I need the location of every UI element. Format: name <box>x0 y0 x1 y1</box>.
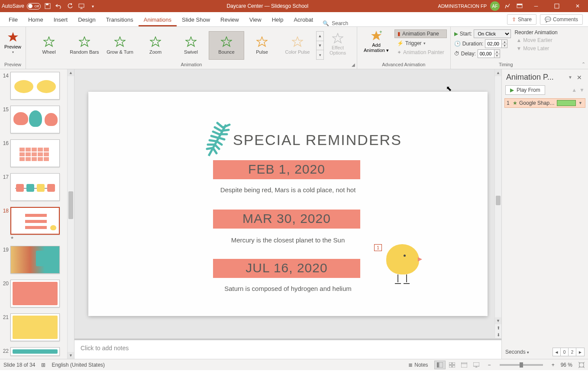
language-indicator[interactable]: English (United States) <box>52 362 105 368</box>
menu-transitions[interactable]: Transitions <box>101 14 139 26</box>
share-button[interactable]: ⇪Share <box>507 14 536 25</box>
thumb-21[interactable] <box>10 313 60 341</box>
scroll-down-icon[interactable]: ▼ <box>68 352 74 359</box>
desc-3: Saturn is composed of hydrogen and heliu… <box>88 285 488 292</box>
zoom-out-button[interactable]: − <box>488 362 491 368</box>
next-slide-icon[interactable]: ⬇ <box>495 331 501 338</box>
menu-view[interactable]: View <box>244 14 267 26</box>
anim-zoom[interactable]: Zoom <box>138 31 173 60</box>
search-box[interactable]: 🔍 Search <box>318 20 352 26</box>
thumb-number: 17 <box>1 173 9 180</box>
coming-soon-icon[interactable] <box>503 2 512 10</box>
pane-close-button[interactable]: ✕ <box>575 74 584 81</box>
close-button[interactable]: ✕ <box>569 1 586 11</box>
present-icon[interactable] <box>77 2 86 10</box>
animation-dialog-launcher[interactable]: ◢ <box>352 62 355 67</box>
prev-slide-icon[interactable]: ⬆ <box>495 324 501 331</box>
autosave-toggle[interactable]: AutoSave Off <box>2 3 41 10</box>
slide-indicator[interactable]: Slide 18 of 34 <box>3 362 35 368</box>
anim-pulse[interactable]: Pulse <box>244 31 280 60</box>
gallery-down-icon[interactable]: ▼ <box>317 41 323 51</box>
add-animation-button[interactable]: + AddAnimation ▾ <box>361 29 392 56</box>
thumb-19[interactable] <box>10 246 60 274</box>
date-2: MAR 30, 2020 <box>213 211 360 226</box>
delay-stepper[interactable]: ▲▼ <box>494 49 500 58</box>
thumb-17[interactable] <box>10 173 60 201</box>
duration-input[interactable] <box>485 39 501 48</box>
undo-icon[interactable] <box>55 2 63 10</box>
play-from-button[interactable]: ▶Play From <box>505 85 545 95</box>
svg-rect-19 <box>439 362 443 368</box>
minimize-button[interactable]: ─ <box>527 1 545 11</box>
maximize-button[interactable] <box>548 1 565 11</box>
sorter-view-button[interactable] <box>446 361 458 369</box>
entry-dropdown-icon[interactable]: ▼ <box>578 101 583 105</box>
normal-view-button[interactable] <box>434 361 446 369</box>
slideshow-view-icon <box>473 362 479 368</box>
edit-scrollbar[interactable]: ▲ ⬆⬇ ▼ <box>494 69 501 338</box>
thumb-20[interactable] <box>10 280 60 307</box>
slide-canvas[interactable]: SPECIAL REMINDERS FEB 1, 2020 Despite be… <box>88 92 488 316</box>
pager-prev-icon[interactable]: ◄ <box>553 348 561 356</box>
gallery-scroll[interactable]: ▲▼▾ <box>316 31 324 60</box>
svg-rect-22 <box>449 365 452 368</box>
timeline-pager[interactable]: ◄ 0 2 ► <box>552 348 585 356</box>
anim-bounce[interactable]: Bounce <box>209 31 244 60</box>
animation-pane-button[interactable]: ▮Animation Pane <box>394 29 447 38</box>
collapse-ribbon-button[interactable]: ⌃ <box>582 61 585 67</box>
anim-color-pulse[interactable]: Color Pulse <box>280 31 315 60</box>
delay-input[interactable] <box>478 49 494 58</box>
thumb-22[interactable] <box>10 347 60 356</box>
menu-insert[interactable]: Insert <box>48 14 73 26</box>
thumbnail-scrollbar[interactable]: ▲▼ <box>67 69 74 359</box>
notes-button[interactable]: ≣Notes <box>408 362 428 368</box>
pager-next-icon[interactable]: ► <box>576 348 584 356</box>
trigger-button[interactable]: ⚡Trigger▾ <box>394 39 447 47</box>
scroll-down-icon[interactable]: ▼ <box>495 317 501 324</box>
duration-icon: 🕒 <box>454 41 461 47</box>
seconds-label[interactable]: Seconds ▾ <box>505 349 551 355</box>
save-icon[interactable] <box>43 2 52 10</box>
scroll-up-icon[interactable]: ▲ <box>495 69 501 76</box>
anim-swivel[interactable]: Swivel <box>173 31 209 60</box>
reading-view-button[interactable] <box>459 361 470 369</box>
thumb-14[interactable] <box>10 72 60 100</box>
reading-view-icon <box>461 362 467 368</box>
zoom-in-button[interactable]: + <box>552 362 555 368</box>
animation-tag[interactable]: 1 <box>374 244 382 251</box>
chick-shape[interactable] <box>386 244 419 274</box>
zoom-slider[interactable] <box>500 364 543 366</box>
comments-button[interactable]: 💬Comments <box>540 14 583 25</box>
gallery-more-icon[interactable]: ▾ <box>317 50 323 59</box>
ribbon-display-icon[interactable] <box>515 2 524 10</box>
anim-grow-turn[interactable]: Grow & Turn <box>102 31 138 60</box>
fit-to-window-button[interactable] <box>578 362 585 368</box>
accessibility-icon[interactable]: ⊞ <box>41 362 45 368</box>
gallery-up-icon[interactable]: ▲ <box>317 32 323 41</box>
thumb-15[interactable] <box>10 106 60 133</box>
menu-review[interactable]: Review <box>215 14 244 26</box>
start-select[interactable]: On Click <box>474 29 511 38</box>
redo-icon[interactable] <box>66 2 74 10</box>
notes-area[interactable]: Click to add notes <box>74 340 501 359</box>
user-avatar[interactable]: AF <box>490 1 500 11</box>
scroll-up-icon[interactable]: ▲ <box>68 69 74 76</box>
duration-stepper[interactable]: ▲▼ <box>501 39 507 48</box>
menu-acrobat[interactable]: Acrobat <box>288 14 318 26</box>
menu-home[interactable]: Home <box>23 14 48 26</box>
menu-slideshow[interactable]: Slide Show <box>177 14 215 26</box>
thumb-16[interactable] <box>10 139 60 167</box>
menu-design[interactable]: Design <box>73 14 100 26</box>
anim-random-bars[interactable]: Random Bars <box>67 31 102 60</box>
menu-help[interactable]: Help <box>267 14 289 26</box>
slideshow-view-button[interactable] <box>471 361 482 369</box>
thumb-18[interactable] <box>10 207 60 235</box>
preview-button[interactable]: Preview ▾ <box>4 29 21 54</box>
pane-menu-icon[interactable]: ▼ <box>568 75 572 80</box>
menu-file[interactable]: File <box>3 14 23 26</box>
animation-entry[interactable]: 1 ★ Google Shape... ▼ <box>504 98 585 108</box>
zoom-level[interactable]: 96 % <box>561 362 572 368</box>
menu-animations[interactable]: Animations <box>139 14 177 26</box>
qat-more-icon[interactable]: ▾ <box>88 2 97 10</box>
anim-wheel[interactable]: Wheel <box>31 31 67 60</box>
